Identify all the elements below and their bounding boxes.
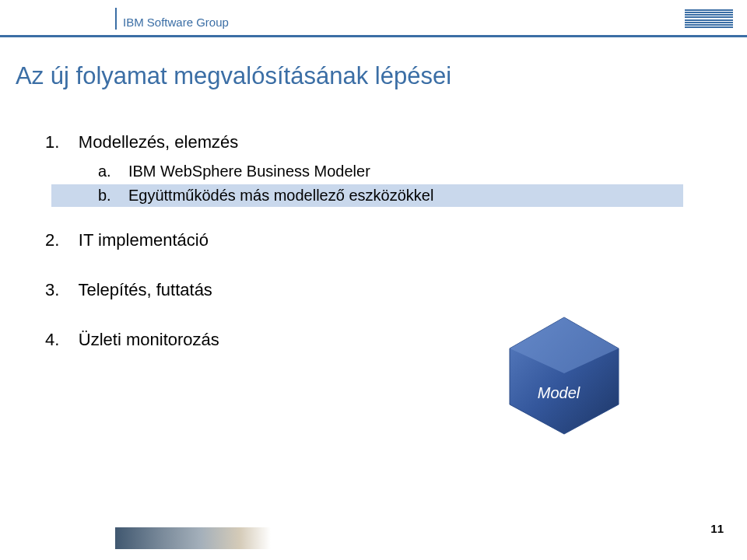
item3-num: 3. bbox=[45, 280, 59, 299]
list-item-3: 3. Telepítés, futtatás bbox=[45, 280, 683, 300]
item4-text: Üzleti monitorozás bbox=[79, 330, 219, 349]
footer-decoration bbox=[115, 527, 271, 549]
list-item-1a: a. IBM WebSphere Business Modeler bbox=[51, 160, 683, 183]
item2-num: 2. bbox=[45, 230, 59, 250]
list-item-2: 2. IT implementáció bbox=[45, 230, 683, 250]
ibm-logo-icon bbox=[685, 9, 733, 28]
page-number: 11 bbox=[710, 522, 724, 535]
list-item-1b-highlighted: b. Együttműködés más modellező eszközökk… bbox=[51, 184, 683, 207]
item1b-text: Együttműködés más modellező eszközökkel bbox=[128, 187, 433, 204]
item3-text: Telepítés, futtatás bbox=[78, 280, 212, 299]
item1a-num: a. bbox=[98, 163, 111, 180]
item1-num: 1. bbox=[45, 132, 59, 152]
item1-text: Modellezés, elemzés bbox=[79, 132, 238, 152]
header-group-label: IBM Software Group bbox=[123, 16, 229, 29]
item4-num: 4. bbox=[45, 330, 59, 349]
list-item-1: 1. Modellezés, elemzés bbox=[45, 132, 683, 152]
hexagon-label: Model bbox=[538, 384, 580, 401]
item1a-text: IBM WebSphere Business Modeler bbox=[128, 163, 370, 180]
slide-header: IBM Software Group bbox=[0, 0, 747, 37]
slide-title: Az új folyamat megvalósításának lépései bbox=[16, 62, 451, 90]
header-divider bbox=[115, 8, 117, 30]
item1b-num: b. bbox=[98, 187, 111, 204]
model-hexagon-icon: Model bbox=[498, 311, 630, 436]
item2-text: IT implementáció bbox=[79, 230, 209, 250]
